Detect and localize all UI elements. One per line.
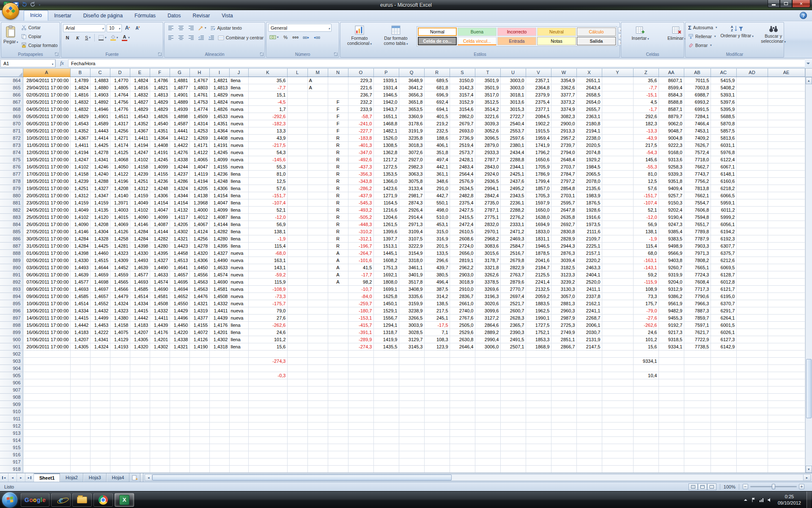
cell[interactable]: 1,4099: [150, 213, 170, 221]
cell[interactable]: [602, 77, 633, 84]
cell[interactable]: 2180,8: [576, 120, 602, 127]
cell[interactable]: [684, 465, 710, 472]
cell[interactable]: [768, 105, 805, 113]
cell[interactable]: [373, 422, 399, 429]
cell[interactable]: A: [328, 278, 348, 285]
cell[interactable]: 2968,2: [475, 235, 500, 242]
cell[interactable]: 1942,0: [373, 98, 399, 105]
cell[interactable]: [229, 465, 248, 472]
cell[interactable]: 1,4829: [70, 113, 90, 120]
cell[interactable]: [424, 451, 450, 458]
cell[interactable]: 1,4154: [209, 192, 229, 199]
cell[interactable]: 1,4351: [150, 127, 170, 134]
cell[interactable]: 2981,7: [399, 192, 424, 199]
cell[interactable]: 2553,7: [500, 127, 526, 134]
cell[interactable]: 1,4047: [209, 199, 229, 206]
cell[interactable]: 1,4183: [130, 321, 150, 329]
cell[interactable]: 2495,2: [500, 185, 526, 192]
cell[interactable]: 1,4205: [189, 185, 209, 192]
cell[interactable]: [70, 458, 90, 465]
cell[interactable]: [209, 379, 229, 386]
cell[interactable]: 1,4540: [150, 120, 170, 127]
row-header-902[interactable]: 902: [0, 350, 23, 357]
cell[interactable]: 1,4559: [110, 271, 130, 278]
cell[interactable]: [768, 213, 805, 221]
cell[interactable]: [602, 127, 633, 134]
cell[interactable]: 30/05/2011 17:00:00: [23, 235, 70, 242]
column-header-AE[interactable]: AE: [768, 69, 805, 77]
cell[interactable]: [602, 458, 633, 465]
column-header-N[interactable]: N: [328, 69, 348, 77]
cell[interactable]: [110, 444, 130, 451]
cell[interactable]: [602, 336, 633, 343]
cell[interactable]: [287, 242, 307, 249]
cell[interactable]: 1625,8: [373, 293, 399, 300]
cell[interactable]: 2655,7: [576, 105, 602, 113]
cell[interactable]: [736, 156, 768, 163]
cell[interactable]: [287, 149, 307, 156]
row-header-869[interactable]: 869: [0, 113, 23, 120]
cell[interactable]: 1,4425: [90, 242, 110, 249]
cell[interactable]: 9202,4: [658, 206, 684, 213]
column-header-V[interactable]: V: [526, 69, 551, 77]
taskbar-chrome[interactable]: [93, 493, 113, 507]
cell[interactable]: [576, 415, 602, 422]
cell[interactable]: -182,3: [248, 120, 287, 127]
cell[interactable]: [348, 350, 373, 357]
cell[interactable]: 233,9: [348, 105, 373, 113]
cut-button[interactable]: Cortar: [20, 24, 58, 32]
cell[interactable]: [229, 458, 248, 465]
cell[interactable]: -274,3: [348, 343, 373, 350]
cell[interactable]: 3222,9: [399, 242, 424, 249]
cell[interactable]: [130, 429, 150, 436]
cell[interactable]: [500, 458, 526, 465]
cell[interactable]: 1,4068: [110, 156, 130, 163]
cell[interactable]: [658, 422, 684, 429]
cell[interactable]: [23, 393, 70, 400]
cell[interactable]: 28/04/2011 17:00:00: [23, 77, 70, 84]
cell[interactable]: 2843,0: [475, 163, 500, 170]
cell[interactable]: [684, 415, 710, 422]
cell[interactable]: 1,4415: [130, 307, 150, 314]
cell[interactable]: 1,4155: [209, 163, 229, 170]
cell[interactable]: 2147,5: [576, 343, 602, 350]
cell[interactable]: nueva: [229, 98, 248, 105]
cell[interactable]: 3196,3: [475, 293, 500, 300]
cell[interactable]: 1,4425: [90, 141, 110, 149]
decrease-decimal-button[interactable]: [312, 33, 321, 41]
cell[interactable]: 1,4816: [130, 84, 150, 91]
cell[interactable]: 1,4155: [189, 321, 209, 329]
cell[interactable]: -13,3: [633, 127, 658, 134]
cell[interactable]: 1,4280: [209, 235, 229, 242]
cell[interactable]: [90, 465, 110, 472]
cell[interactable]: 1,4324: [170, 185, 189, 192]
cell[interactable]: 1,4201: [150, 336, 170, 343]
cell[interactable]: 1,4901: [170, 91, 189, 98]
cell[interactable]: [736, 422, 768, 429]
cell[interactable]: 2656,0: [450, 249, 475, 257]
cell[interactable]: [602, 314, 633, 321]
cell[interactable]: 5857,5: [710, 127, 736, 134]
cell[interactable]: [768, 98, 805, 105]
column-header-E[interactable]: E: [130, 69, 150, 77]
cell[interactable]: llena: [229, 221, 248, 228]
cell[interactable]: [736, 278, 768, 285]
cell[interactable]: [768, 307, 805, 314]
cell[interactable]: [576, 400, 602, 408]
cell[interactable]: 1,4816: [70, 91, 90, 98]
cell[interactable]: [475, 436, 500, 444]
cell[interactable]: [110, 415, 130, 422]
cell[interactable]: 1,4323: [110, 249, 130, 257]
cell[interactable]: [602, 429, 633, 436]
row-header-876[interactable]: 876: [0, 163, 23, 170]
cell[interactable]: [229, 379, 248, 386]
cell[interactable]: nueva: [229, 127, 248, 134]
cell[interactable]: [70, 386, 90, 393]
cell[interactable]: [307, 451, 328, 458]
cell[interactable]: [736, 170, 768, 177]
cell[interactable]: 57,6: [633, 185, 658, 192]
cell[interactable]: 2903,0: [450, 271, 475, 278]
horizontal-scroll-track[interactable]: [152, 475, 803, 480]
cell[interactable]: 9192,7: [658, 321, 684, 329]
cell[interactable]: 81,0: [633, 170, 658, 177]
